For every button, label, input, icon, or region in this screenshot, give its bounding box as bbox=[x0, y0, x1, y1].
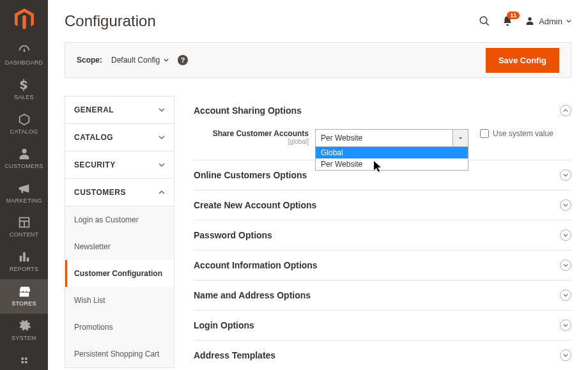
section-title: Password Options bbox=[194, 230, 272, 240]
config-group-security[interactable]: SECURITY bbox=[65, 151, 174, 178]
help-icon[interactable]: ? bbox=[178, 55, 188, 65]
select-arrow-icon bbox=[453, 130, 468, 146]
admin-label: Admin bbox=[539, 17, 562, 26]
config-item-persistent-cart[interactable]: Persistent Shopping Cart bbox=[65, 341, 174, 367]
nav-label: SYSTEM bbox=[9, 335, 39, 342]
nav-label: MARKETING bbox=[3, 198, 44, 204]
config-group-customers-items: Login as Customer Newsletter Customer Co… bbox=[65, 206, 174, 368]
header-actions: 11 Admin bbox=[479, 15, 571, 27]
field-scope-label: [global] bbox=[194, 138, 309, 145]
chevron-down-icon bbox=[159, 134, 165, 141]
magento-logo[interactable] bbox=[0, 0, 48, 38]
customers-icon bbox=[17, 147, 31, 161]
nav-sales[interactable]: SALES bbox=[0, 73, 48, 107]
config-item-customer-configuration[interactable]: Customer Configuration bbox=[65, 260, 174, 287]
nav-label: SALES bbox=[12, 95, 36, 101]
select-value: Per Website bbox=[321, 134, 362, 143]
chevron-down-icon bbox=[159, 162, 165, 168]
section-title: Account Information Options bbox=[194, 260, 318, 270]
section-header[interactable]: Create New Account Options bbox=[194, 190, 571, 220]
section-name-address: Name and Address Options bbox=[194, 281, 571, 311]
nav-label: CATALOG bbox=[8, 129, 41, 135]
nav-marketing[interactable]: MARKETING bbox=[0, 176, 48, 211]
section-title: Create New Account Options bbox=[194, 200, 316, 210]
field-control: Per Website Global Per Website bbox=[315, 129, 468, 147]
partners-icon bbox=[17, 353, 31, 367]
nav-stores[interactable]: STORES bbox=[0, 279, 48, 314]
config-group-label: SECURITY bbox=[74, 160, 116, 169]
section-header[interactable]: Password Options bbox=[194, 220, 571, 250]
collapse-icon bbox=[560, 105, 571, 116]
scope-value: Default Config bbox=[111, 56, 160, 65]
config-panel: Account Sharing Options Share Customer A… bbox=[194, 96, 571, 370]
section-password: Password Options bbox=[194, 220, 571, 251]
use-system-input[interactable] bbox=[480, 129, 489, 138]
scope-bar: Scope: Default Config ? Save Config bbox=[65, 42, 571, 78]
config-item-promotions[interactable]: Promotions bbox=[65, 314, 174, 341]
content-icon bbox=[17, 215, 31, 229]
config-group-general[interactable]: GENERAL bbox=[65, 96, 174, 123]
nav-dashboard[interactable]: DASHBOARD bbox=[0, 38, 48, 73]
section-create-account: Create New Account Options bbox=[194, 190, 571, 220]
nav-reports[interactable]: REPORTS bbox=[0, 245, 48, 279]
section-header[interactable]: Address Templates bbox=[194, 341, 571, 370]
catalog-icon bbox=[17, 112, 31, 127]
admin-sidebar: DASHBOARD SALES CATALOG CUSTOMERS MARKET… bbox=[0, 0, 48, 370]
config-group-catalog[interactable]: CATALOG bbox=[65, 123, 174, 151]
config-item-login-as-customer[interactable]: Login as Customer bbox=[65, 206, 174, 233]
config-item-wish-list[interactable]: Wish List bbox=[65, 287, 174, 314]
section-header[interactable]: Account Information Options bbox=[194, 251, 571, 280]
section-account-sharing: Account Sharing Options Share Customer A… bbox=[194, 96, 571, 160]
section-header[interactable]: Name and Address Options bbox=[194, 281, 571, 310]
config-item-newsletter[interactable]: Newsletter bbox=[65, 233, 174, 260]
dashboard-icon bbox=[17, 43, 31, 58]
search-icon[interactable] bbox=[479, 15, 490, 27]
page-title: Configuration bbox=[65, 12, 156, 30]
notifications-icon[interactable]: 11 bbox=[502, 15, 513, 27]
dropdown-option-per-website[interactable]: Per Website bbox=[316, 158, 468, 170]
section-account-info: Account Information Options bbox=[194, 251, 571, 281]
section-body: Share Customer Accounts [global] Per Web… bbox=[194, 125, 571, 160]
nav-label: CONTENT bbox=[7, 232, 42, 238]
nav-label: STORES bbox=[9, 301, 39, 307]
main-area: Configuration 11 Admin Scope: Default Co… bbox=[48, 0, 588, 370]
expand-icon bbox=[560, 259, 571, 271]
config-nav: GENERAL CATALOG SECURITY CUSTOMERS Login… bbox=[65, 96, 174, 370]
expand-icon bbox=[560, 229, 571, 241]
marketing-icon bbox=[17, 181, 31, 196]
expand-icon bbox=[560, 169, 571, 181]
system-icon bbox=[17, 319, 31, 333]
nav-catalog[interactable]: CATALOG bbox=[0, 107, 48, 142]
admin-account-menu[interactable]: Admin bbox=[525, 16, 571, 26]
nav-system[interactable]: SYSTEM bbox=[0, 314, 48, 348]
expand-icon bbox=[560, 320, 571, 331]
reports-icon bbox=[17, 250, 31, 264]
sales-icon bbox=[17, 78, 31, 92]
field-share-customer-accounts: Share Customer Accounts [global] Per Web… bbox=[194, 129, 571, 147]
save-config-button[interactable]: Save Config bbox=[486, 48, 559, 73]
config-content: GENERAL CATALOG SECURITY CUSTOMERS Login… bbox=[65, 96, 571, 370]
section-title: Login Options bbox=[194, 320, 254, 330]
chevron-up-icon bbox=[159, 189, 165, 196]
section-header[interactable]: Account Sharing Options bbox=[194, 96, 571, 125]
nav-customers[interactable]: CUSTOMERS bbox=[0, 142, 48, 176]
share-accounts-select[interactable]: Per Website bbox=[315, 129, 468, 147]
scope-selector[interactable]: Default Config bbox=[111, 56, 169, 65]
section-header[interactable]: Login Options bbox=[194, 311, 571, 340]
use-system-value-checkbox[interactable]: Use system value bbox=[480, 129, 553, 138]
nav-partners[interactable]: FIND PARTNERS & EXTENSIONS bbox=[0, 348, 48, 370]
config-group-label: CUSTOMERS bbox=[74, 188, 126, 197]
nav-content[interactable]: CONTENT bbox=[0, 210, 48, 245]
chevron-down-icon bbox=[159, 107, 165, 113]
config-group-label: GENERAL bbox=[74, 105, 114, 114]
config-group-customers[interactable]: CUSTOMERS bbox=[65, 178, 174, 206]
chevron-down-icon bbox=[566, 19, 571, 24]
section-login: Login Options bbox=[194, 311, 571, 341]
expand-icon bbox=[560, 350, 571, 361]
nav-label: CUSTOMERS bbox=[2, 164, 45, 170]
dropdown-option-global[interactable]: Global bbox=[316, 147, 468, 158]
section-title: Online Customers Options bbox=[194, 170, 307, 180]
chevron-down-icon bbox=[164, 58, 169, 63]
nav-label: DASHBOARD bbox=[3, 60, 46, 66]
expand-icon bbox=[560, 199, 571, 211]
